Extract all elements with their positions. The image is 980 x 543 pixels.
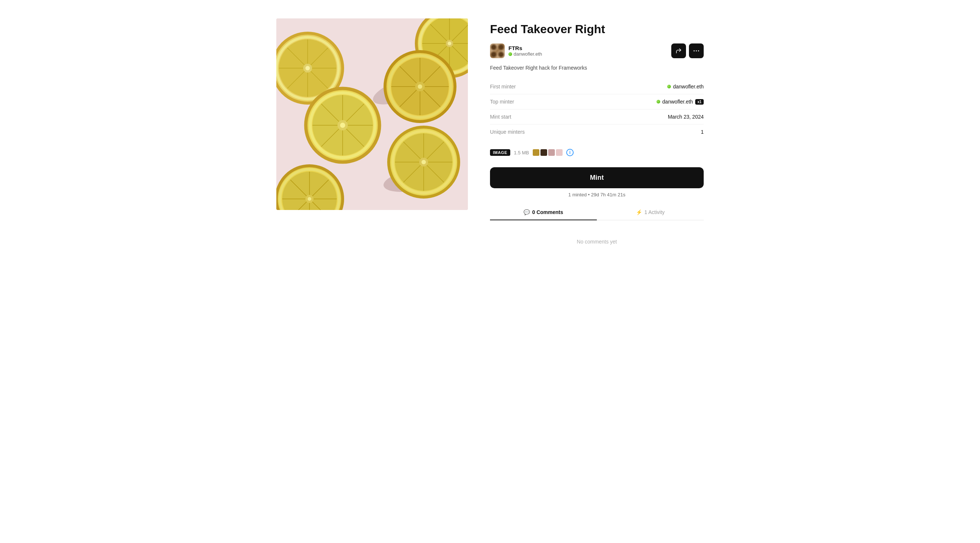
- author-name[interactable]: danwofler.eth: [514, 51, 542, 57]
- mint-start-date: March 23, 2024: [668, 114, 704, 120]
- first-minter-value: danwofler.eth: [542, 84, 704, 89]
- svg-point-69: [698, 51, 699, 52]
- avatar-dot-3: [490, 51, 497, 58]
- mint-status: 1 minted • 29d 7h 41m 21s: [490, 192, 704, 197]
- tabs-row: 💬 0 Comments ⚡ 1 Activity: [490, 205, 704, 220]
- top-minter-value: danwofler.eth x1: [542, 99, 704, 105]
- tab-activity[interactable]: ⚡ 1 Activity: [597, 205, 704, 220]
- comments-tab-icon: 💬: [523, 209, 530, 215]
- collection-name[interactable]: FTRs: [508, 45, 542, 51]
- top-minter-name: danwofler.eth: [662, 99, 693, 105]
- comments-tab-label: 0 Comments: [532, 209, 563, 215]
- svg-point-54: [308, 197, 311, 201]
- meta-row-unique-minters: Unique minters 1: [490, 124, 704, 140]
- collection-info: FTRs danwofler.eth: [490, 43, 542, 58]
- svg-point-68: [696, 51, 697, 52]
- info-icon[interactable]: i: [566, 149, 574, 156]
- svg-point-14: [305, 66, 310, 70]
- avatar-inner: [490, 43, 505, 58]
- activity-tab-label: 1 Activity: [644, 209, 665, 215]
- first-minter-name: danwofler.eth: [673, 84, 704, 89]
- meta-label-top-minter: Top minter: [490, 94, 542, 110]
- collection-row: FTRs danwofler.eth: [490, 43, 704, 58]
- share-icon: [676, 48, 682, 54]
- top-minter-badge: x1: [695, 99, 704, 105]
- unique-minters-value: 1: [542, 129, 704, 135]
- swatch-1: [533, 149, 539, 156]
- svg-point-44: [422, 160, 426, 164]
- avatar-dot-1: [490, 43, 497, 51]
- svg-point-24: [448, 41, 451, 45]
- more-icon: [694, 50, 699, 52]
- collection-text: FTRs danwofler.eth: [508, 45, 542, 57]
- swatch-4: [556, 149, 563, 156]
- mint-start-value: March 23, 2024: [542, 114, 704, 120]
- meta-row-mint-start: Mint start March 23, 2024: [490, 110, 704, 124]
- swatch-2: [541, 149, 547, 156]
- image-meta-row: IMAGE 1.5 MB i: [490, 145, 704, 160]
- svg-point-34: [340, 123, 345, 128]
- action-buttons: [671, 43, 704, 58]
- meta-value-first-minter: danwofler.eth: [542, 79, 704, 94]
- activity-tab-icon: ⚡: [636, 209, 642, 215]
- first-minter-dot: [667, 85, 671, 88]
- top-minter-dot: [657, 100, 660, 104]
- page-title: Feed Takeover Right: [490, 22, 704, 36]
- meta-label-first-minter: First minter: [490, 79, 542, 94]
- color-swatches: [533, 149, 563, 156]
- tab-comments[interactable]: 💬 0 Comments: [490, 205, 597, 220]
- collection-avatar: [490, 43, 505, 58]
- swatch-3: [548, 149, 555, 156]
- meta-value-top-minter: danwofler.eth x1: [542, 94, 704, 110]
- image-type-badge: IMAGE: [490, 149, 510, 156]
- svg-point-64: [418, 84, 422, 89]
- svg-point-67: [694, 51, 695, 52]
- mint-button[interactable]: Mint: [490, 167, 704, 188]
- collection-author: danwofler.eth: [508, 51, 542, 57]
- description: Feed Takeover Right hack for Frameworks: [490, 64, 704, 72]
- details-panel: Feed Takeover Right FTRs danwofler.: [490, 18, 704, 256]
- meta-row-top-minter: Top minter danwofler.eth x1: [490, 94, 704, 110]
- no-comments-text: No comments yet: [490, 228, 704, 256]
- image-panel: [276, 18, 468, 210]
- meta-label-mint-start: Mint start: [490, 110, 542, 124]
- meta-value-mint-start: March 23, 2024: [542, 110, 704, 124]
- avatar-dot-4: [497, 51, 505, 58]
- meta-label-unique-minters: Unique minters: [490, 124, 542, 140]
- unique-minters-count: 1: [701, 129, 704, 135]
- artwork-svg: [276, 18, 468, 210]
- info-icon-label: i: [569, 150, 570, 155]
- metadata-table: First minter danwofler.eth Top minter da…: [490, 79, 704, 139]
- avatar-dot-2: [497, 43, 505, 51]
- author-green-dot: [508, 52, 512, 56]
- share-button[interactable]: [671, 43, 686, 58]
- artwork-image: [276, 18, 468, 210]
- meta-row-first-minter: First minter danwofler.eth: [490, 79, 704, 94]
- meta-value-unique-minters: 1: [542, 124, 704, 140]
- more-button[interactable]: [689, 43, 704, 58]
- file-size: 1.5 MB: [514, 150, 529, 156]
- page-container: Feed Takeover Right FTRs danwofler.: [269, 7, 711, 267]
